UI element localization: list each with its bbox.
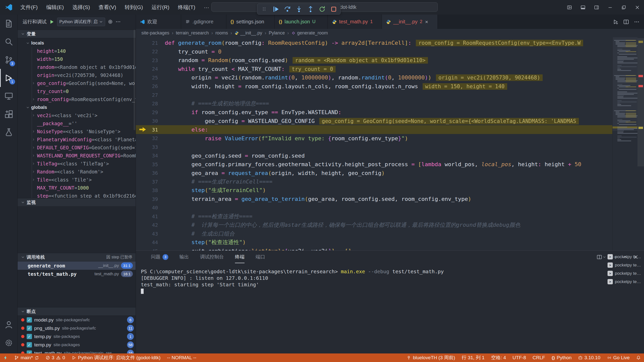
code-line[interactable]: 38 step("生成TerrainCell") [136, 186, 644, 195]
variable-row[interactable]: random = <Random object at 0x1bf9d01e… [18, 63, 136, 71]
variable-row[interactable]: NoiseType = <class 'NoiseType'> [18, 127, 136, 135]
debug-continue-button[interactable] [272, 5, 279, 13]
variable-row[interactable]: TileTag = <class 'TileTag'> [18, 160, 136, 168]
variable-row[interactable]: WASTELAND_ROOM_REQUEST_CONFIG = RoomR… [18, 152, 136, 160]
line-number[interactable]: 24 [136, 66, 158, 72]
minimap[interactable] [612, 37, 637, 250]
variable-row[interactable]: __package__ = '' [18, 119, 136, 127]
line-number[interactable]: 39 [136, 196, 158, 202]
code-line[interactable]: 34 geo_config.seed = room_config.seed [136, 151, 644, 160]
debug-step-out-button[interactable] [307, 5, 314, 13]
line-number[interactable]: 23 [136, 57, 158, 63]
code-line[interactable]: 32 raise ValueError(f"Invalid env type: … [136, 134, 644, 143]
status-go-live[interactable]: Go Live [604, 353, 633, 362]
line-number[interactable]: 36 [136, 170, 158, 176]
activity-explorer[interactable] [0, 15, 18, 33]
code-line[interactable]: 44 step("检查连通性") [136, 238, 644, 247]
restore-button[interactable] [617, 0, 630, 15]
layout-grid-button[interactable] [562, 0, 576, 15]
section-callstack[interactable]: 调用堆栈因 step 已暂停 [18, 253, 136, 261]
code-line[interactable]: 35 geo_config.primary_forces.geothermal_… [136, 160, 644, 169]
menu-查看(V)[interactable]: 查看(V) [94, 0, 120, 15]
line-number[interactable]: 27 [136, 92, 158, 98]
variable-row[interactable]: origin = vec2i(7205730, 9024468) [18, 71, 136, 79]
activity-accounts[interactable] [0, 316, 18, 334]
panel-tab-终端[interactable]: 终端 [235, 251, 245, 263]
breakpoint-checkbox[interactable]: ✓ [27, 350, 32, 353]
callstack-frame[interactable]: generate_room__init__.py31:1 [18, 261, 136, 270]
menu-编辑(E)[interactable]: 编辑(E) [42, 0, 68, 15]
tab-.gdignore[interactable]: .gdignore [181, 15, 226, 29]
code-line[interactable]: 40 [136, 203, 644, 212]
activity-testing[interactable] [0, 123, 18, 141]
status-remote-indicator[interactable] [0, 353, 11, 362]
code-line[interactable]: 36 geo_area = request_area(origin, width… [136, 169, 644, 177]
code-line[interactable]: 39 terrain_area = geo_area_to_terrain(ge… [136, 195, 644, 203]
variable-scope[interactable]: locals [18, 39, 136, 47]
variable-scope[interactable]: globals [18, 103, 136, 111]
line-number[interactable]: 25 [136, 75, 158, 81]
status-encoding[interactable]: UTF-8 [509, 353, 529, 362]
section-variables[interactable]: 变量 [18, 30, 136, 38]
breakpoint-row[interactable]: ✓temp.pysite-packages58 [18, 341, 136, 349]
breakpoint-row[interactable]: ✓test_math.pysite-packages\terrain_res…1… [18, 349, 136, 353]
terminal-instance[interactable]: >pocketpy te… [608, 269, 644, 278]
gear-icon[interactable] [108, 19, 113, 24]
variable-row[interactable]: room_config = RoomRequestConfig(env_t… [18, 95, 136, 103]
line-number[interactable]: 40 [136, 205, 158, 211]
line-number[interactable]: 33 [136, 144, 158, 150]
status-problems[interactable]: 30 [42, 353, 68, 362]
breadcrumb-item[interactable]: Pylance [269, 30, 285, 36]
menu-运行(R)[interactable]: 运行(R) [147, 0, 174, 15]
toggle-panel-button[interactable] [576, 0, 590, 15]
toolbar-grip-icon[interactable] [260, 5, 268, 13]
menu-转到(G)[interactable]: 转到(G) [120, 0, 147, 15]
editor-scrollbar[interactable] [637, 37, 644, 250]
breadcrumb-item[interactable]: generate_room [291, 30, 328, 36]
tab-欢迎[interactable]: 欢迎 [136, 15, 181, 29]
code-line[interactable]: 43 # 生成出口组合 [136, 229, 644, 238]
debug-step-into-button[interactable] [295, 5, 303, 13]
variable-row[interactable]: vec2i = <class 'vec2i'> [18, 111, 136, 119]
variable-row[interactable]: try_count = 0 [18, 87, 136, 95]
code-line[interactable]: 22 try_count = 0 [136, 47, 644, 56]
more-actions-button[interactable] [634, 19, 639, 25]
line-number[interactable]: 45 [136, 248, 158, 251]
scrollbar-thumb[interactable] [637, 38, 644, 166]
status-commit-author[interactable]: blueloveTH (3 周前) [403, 353, 458, 362]
line-number[interactable]: 42 [136, 222, 158, 228]
breadcrumb-item[interactable]: terrain_research [176, 30, 209, 36]
line-number[interactable]: 37 [136, 179, 158, 185]
activity-source-control[interactable]: 3 [0, 51, 18, 69]
variable-row[interactable]: Random = <class 'Random'> [18, 168, 136, 176]
code-line[interactable]: 33 [136, 143, 644, 151]
status-language-mode[interactable]: {}Python [548, 353, 575, 362]
breakpoint-row[interactable]: ✓temp.pysite-packages1 [18, 332, 136, 341]
activity-remote-explorer[interactable] [0, 87, 18, 105]
terminal-instance[interactable]: >pocketpy te… [608, 253, 644, 261]
code-line[interactable]: 31 else: [136, 125, 644, 134]
line-number[interactable]: 21 [136, 40, 158, 46]
code-line[interactable]: 41 # ====检查连通性==== [136, 212, 644, 221]
code-line[interactable]: 24 while try_count < MAX_TRY_COUNT:try_c… [136, 65, 644, 73]
toggle-secondary-sidebar-button[interactable] [590, 0, 603, 15]
variable-row[interactable]: Tile = <class 'Tile'> [18, 176, 136, 184]
status-git-branch[interactable]: main* [11, 353, 42, 362]
start-debug-icon[interactable] [49, 19, 55, 25]
terminal-output[interactable]: PS C:\computer_science\godot-ldtk\site-p… [141, 268, 604, 294]
callstack-frame[interactable]: test/test_math.pytest_math.py16:1 [18, 270, 136, 278]
variable-row[interactable]: geo_config = GeoConfig(seed=None, wor… [18, 79, 136, 87]
panel-tab-问题[interactable]: 问题3 [151, 251, 168, 263]
code-line[interactable]: 30 geo_config = WASTELAND_GEO_CONFIGgeo_… [136, 117, 644, 125]
panel-tab-端口[interactable]: 端口 [256, 251, 265, 263]
variable-row[interactable]: PlanetaryWindConfig = <class 'Planeta… [18, 135, 136, 144]
line-number[interactable]: 32 [136, 135, 158, 141]
variable-row[interactable]: width = 150 [18, 55, 136, 63]
line-number[interactable]: 28 [136, 101, 158, 107]
activity-run-and-debug[interactable]: 1 [0, 69, 18, 87]
line-number[interactable]: 30 [136, 118, 158, 124]
status-python-version[interactable]: 3.10.10 [575, 353, 603, 362]
section-breakpoints[interactable]: 断点 [18, 307, 136, 316]
debug-restart-button[interactable] [318, 5, 326, 13]
code-line[interactable]: 42 # 计算每一个出口的中心，然后使用astar生成路径，确保每一个出口组合都… [136, 221, 644, 230]
